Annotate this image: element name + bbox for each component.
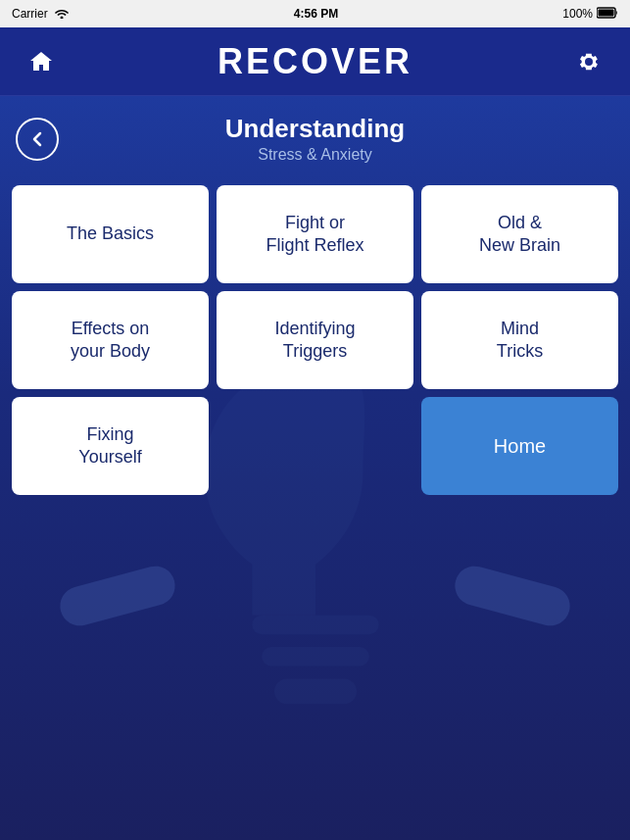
btn-fight-flight[interactable]: Fight orFlight Reflex: [217, 185, 413, 283]
status-bar: Carrier 4:56 PM 100%: [0, 0, 630, 27]
main-content: Understanding Stress & Anxiety The Basic…: [0, 96, 630, 840]
btn-effects-body[interactable]: Effects onyour Body: [12, 291, 209, 389]
page-header: Understanding Stress & Anxiety: [0, 96, 630, 175]
carrier-label: Carrier: [12, 7, 48, 21]
btn-empty: [217, 397, 413, 495]
svg-rect-4: [262, 647, 369, 666]
btn-mind-tricks[interactable]: MindTricks: [421, 291, 618, 389]
svg-rect-5: [274, 678, 357, 704]
battery-icon: [597, 7, 618, 22]
decorative-pill-right: [451, 562, 574, 630]
back-button[interactable]: [16, 118, 59, 161]
page-title-container: Understanding Stress & Anxiety: [59, 114, 571, 164]
page-subtitle: Stress & Anxiety: [59, 146, 571, 164]
svg-point-0: [60, 16, 63, 19]
status-left: Carrier: [12, 7, 70, 22]
page-title: Understanding: [59, 114, 571, 144]
nav-bar: RECOVER: [0, 27, 630, 96]
status-right: 100%: [562, 7, 618, 22]
btn-identifying-triggers[interactable]: IdentifyingTriggers: [217, 291, 413, 389]
settings-nav-button[interactable]: [567, 40, 610, 83]
app-title: RECOVER: [218, 41, 412, 82]
btn-home[interactable]: Home: [421, 397, 618, 495]
status-time: 4:56 PM: [294, 7, 338, 21]
battery-label: 100%: [562, 7, 593, 21]
home-nav-button[interactable]: [20, 40, 63, 83]
btn-fixing-yourself[interactable]: FixingYourself: [12, 397, 209, 495]
grid-container: The Basics Fight orFlight Reflex Old &Ne…: [0, 175, 630, 505]
wifi-icon: [54, 7, 70, 22]
svg-rect-2: [598, 9, 613, 16]
decorative-pill-left: [56, 562, 179, 630]
svg-rect-3: [252, 616, 378, 634]
btn-old-new-brain[interactable]: Old &New Brain: [421, 185, 618, 283]
btn-the-basics[interactable]: The Basics: [12, 185, 209, 283]
